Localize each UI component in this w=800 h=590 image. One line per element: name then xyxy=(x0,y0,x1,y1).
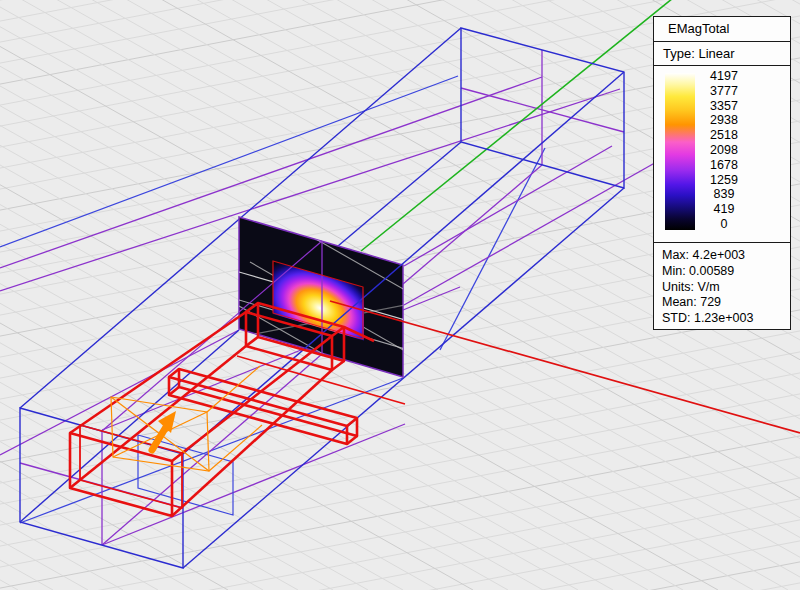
legend-color-scale[interactable]: 419737773357293825182098167812598394190 xyxy=(653,65,791,243)
colorbar-gradient xyxy=(665,73,695,230)
colorbar-tick-label: 3357 xyxy=(697,99,751,113)
statistic-line: Mean: 729 xyxy=(662,295,790,311)
colorbar-tick-label: 1678 xyxy=(697,158,751,172)
colorbar-tick-label: 2098 xyxy=(697,143,751,157)
statistic-line: Units: V/m xyxy=(662,280,790,296)
legend-statistics: Max: 4.2e+003Min: 0.00589Units: V/mMean:… xyxy=(653,242,791,330)
3d-model-viewport[interactable]: EMagTotal Type: Linear 41973777335729382… xyxy=(0,0,800,590)
colorbar-tick-label: 0 xyxy=(697,217,751,231)
statistic-line: Max: 4.2e+003 xyxy=(662,248,790,264)
statistic-line: STD: 1.23e+003 xyxy=(662,311,790,327)
legend-quantity-title[interactable]: EMagTotal xyxy=(653,16,791,42)
colorbar-tick-label: 3777 xyxy=(697,84,751,98)
field-legend-panel[interactable]: EMagTotal Type: Linear 41973777335729382… xyxy=(653,16,791,330)
colorbar-tick-label: 2518 xyxy=(697,128,751,142)
colorbar-tick-label: 4197 xyxy=(697,69,751,83)
colorbar-tick-label: 2938 xyxy=(697,113,751,127)
statistic-line: Min: 0.00589 xyxy=(662,264,790,280)
colorbar-tick-label: 1259 xyxy=(697,173,751,187)
colorbar-tick-label: 839 xyxy=(697,187,751,201)
colorbar-tick-values: 419737773357293825182098167812598394190 xyxy=(695,69,790,231)
colorbar-tick-label: 419 xyxy=(697,202,751,216)
legend-scale-type[interactable]: Type: Linear xyxy=(653,41,791,66)
